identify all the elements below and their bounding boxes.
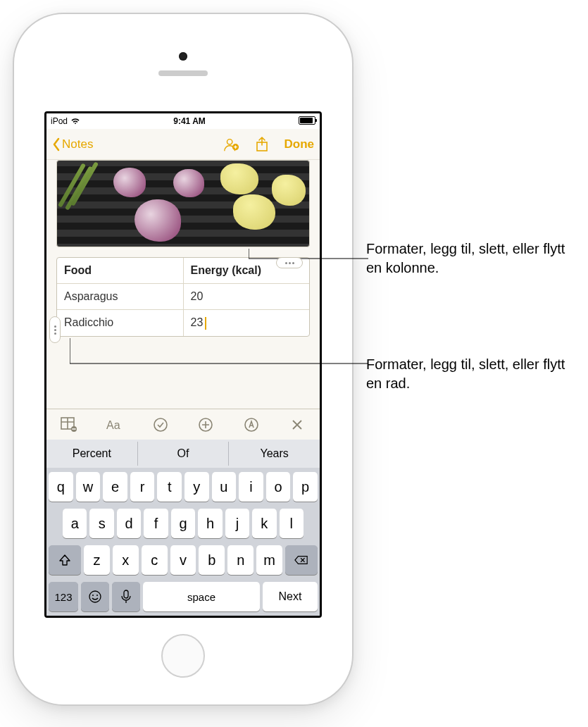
note-table[interactable]: Food Energy (kcal) Asparagus 20 Radicchi… [56, 257, 310, 337]
clock: 9:41 AM [173, 116, 206, 126]
callout-leader-column [249, 249, 368, 268]
suggestion-3[interactable]: Years [228, 442, 320, 466]
note-photo[interactable] [56, 160, 310, 247]
table-icon [61, 417, 77, 433]
home-button[interactable] [161, 634, 205, 678]
markup-button[interactable] [242, 415, 261, 435]
key-r[interactable]: r [130, 472, 155, 502]
svg-point-5 [73, 428, 74, 430]
key-y[interactable]: y [184, 472, 209, 502]
key-u[interactable]: u [212, 472, 237, 502]
device-label: iPod [51, 116, 68, 126]
key-space[interactable]: space [143, 582, 260, 611]
share-button[interactable] [254, 136, 270, 153]
key-next[interactable]: Next [263, 582, 318, 611]
key-l[interactable]: l [280, 509, 304, 538]
key-q[interactable]: q [49, 472, 73, 502]
key-e[interactable]: e [103, 472, 127, 502]
key-k[interactable]: k [252, 509, 276, 538]
table-cell-active[interactable]: 23 [183, 310, 310, 336]
callout-leader-row [70, 338, 368, 366]
table-row: Asparagus 20 [57, 283, 309, 309]
key-j[interactable]: j [225, 509, 249, 538]
key-s[interactable]: s [89, 509, 113, 538]
battery-indicator [299, 116, 315, 127]
key-w[interactable]: w [76, 472, 101, 502]
key-b[interactable]: b [199, 545, 225, 575]
key-i[interactable]: i [239, 472, 263, 502]
key-a[interactable]: a [63, 509, 87, 538]
add-people-button[interactable] [223, 136, 239, 153]
checklist-button[interactable] [151, 415, 170, 435]
key-g[interactable]: g [171, 509, 195, 538]
key-backspace[interactable] [285, 545, 318, 575]
microphone-icon [121, 590, 131, 604]
text-cursor-icon [205, 317, 206, 330]
aa-icon: Aa [106, 418, 123, 432]
key-emoji[interactable] [81, 582, 109, 611]
front-camera-icon [179, 52, 187, 61]
table-cell[interactable]: Asparagus [57, 284, 183, 309]
key-f[interactable]: f [144, 509, 168, 538]
suggestion-2[interactable]: Of [137, 442, 229, 466]
add-attachment-button[interactable] [196, 415, 215, 435]
svg-point-12 [89, 591, 101, 602]
keyboard: q w e r t y u i o p a s d f g h [46, 468, 320, 616]
done-button[interactable]: Done [284, 137, 315, 151]
callout-row: Formater, legg til, slett, eller flytt e… [366, 355, 577, 393]
key-n[interactable]: n [227, 545, 254, 575]
emoji-icon [88, 590, 102, 604]
close-icon [291, 418, 304, 431]
shift-icon [58, 553, 72, 567]
svg-point-13 [92, 595, 94, 596]
checkmark-circle-icon [153, 417, 168, 433]
key-m[interactable]: m [256, 545, 282, 575]
key-o[interactable]: o [266, 472, 291, 502]
key-z[interactable]: z [84, 545, 110, 575]
table-cell[interactable]: Radicchio [57, 310, 183, 336]
close-button[interactable] [287, 415, 307, 435]
key-numbers[interactable]: 123 [49, 582, 78, 611]
wifi-icon [70, 118, 80, 125]
quicktype-bar: Percent Of Years [46, 440, 320, 468]
svg-rect-15 [124, 590, 128, 598]
text-format-button[interactable]: Aa [105, 415, 125, 435]
format-toolbar: Aa [46, 409, 320, 440]
key-c[interactable]: c [142, 545, 168, 575]
key-d[interactable]: d [117, 509, 141, 538]
callout-column: Formater, legg til, slett, eller flytt e… [366, 240, 577, 278]
key-p[interactable]: p [293, 472, 318, 502]
key-x[interactable]: x [113, 545, 139, 575]
svg-point-0 [227, 139, 232, 144]
plus-circle-icon [198, 417, 213, 433]
nav-bar: Notes [46, 129, 320, 160]
backspace-icon [294, 553, 308, 567]
status-bar: iPod 9:41 AM [46, 113, 320, 129]
column-handle[interactable] [276, 257, 303, 268]
note-content: Food Energy (kcal) Asparagus 20 Radicchi… [46, 160, 320, 440]
svg-text:Aa: Aa [106, 419, 120, 431]
svg-point-6 [73, 428, 75, 430]
markup-icon [244, 417, 259, 433]
column-header[interactable]: Food [57, 258, 183, 283]
callouts: Formater, legg til, slett, eller flytt e… [366, 240, 577, 471]
share-icon [256, 137, 268, 152]
person-plus-icon [223, 137, 239, 152]
table-format-button[interactable] [59, 415, 79, 435]
key-shift[interactable] [49, 545, 81, 575]
key-h[interactable]: h [198, 509, 222, 538]
back-button[interactable]: Notes [52, 137, 93, 151]
svg-point-7 [75, 428, 76, 430]
chevron-left-icon [52, 137, 61, 151]
key-v[interactable]: v [170, 545, 196, 575]
table-row: Radicchio 23 [57, 309, 309, 336]
key-dictation[interactable] [112, 582, 140, 611]
row-handle[interactable] [49, 316, 61, 343]
svg-point-9 [154, 418, 167, 431]
table-cell[interactable]: 20 [183, 284, 310, 309]
key-t[interactable]: t [157, 472, 182, 502]
svg-point-14 [96, 595, 98, 596]
speaker-grill-icon [158, 70, 208, 76]
suggestion-1[interactable]: Percent [46, 442, 137, 466]
back-label: Notes [62, 137, 93, 151]
